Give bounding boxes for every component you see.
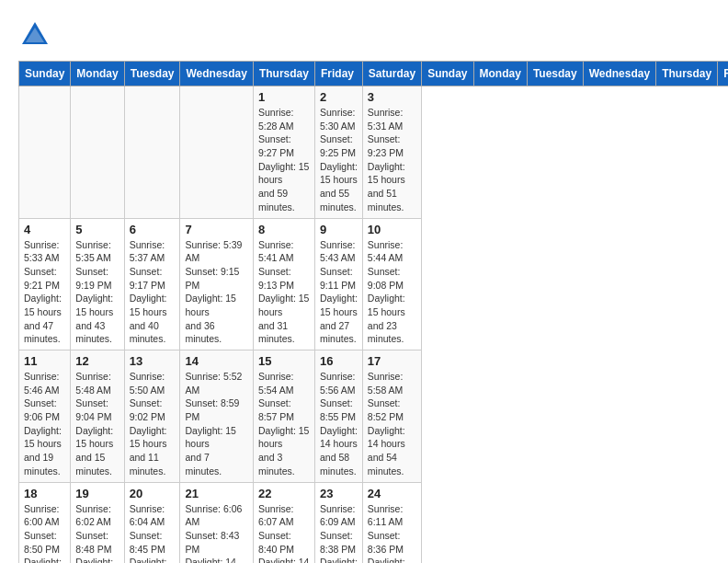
day-info: Sunrise: 5:41 AM Sunset: 9:13 PM Dayligh…: [258, 238, 310, 347]
day-header-monday: Monday: [473, 62, 527, 86]
day-info: Sunrise: 5:35 AM Sunset: 9:19 PM Dayligh…: [75, 238, 119, 347]
day-number: 16: [320, 354, 358, 368]
day-number: 9: [320, 223, 358, 236]
day-info: Sunrise: 5:52 AM Sunset: 8:59 PM Dayligh…: [185, 370, 247, 478]
calendar-cell: 10Sunrise: 5:44 AM Sunset: 9:08 PM Dayli…: [362, 218, 421, 350]
logo-icon: [18, 18, 51, 52]
calendar-cell: 11Sunrise: 5:46 AM Sunset: 9:06 PM Dayli…: [19, 350, 71, 483]
day-number: 6: [130, 223, 176, 236]
day-number: 17: [368, 354, 416, 368]
day-info: Sunrise: 5:43 AM Sunset: 9:11 PM Dayligh…: [320, 238, 358, 347]
page-header: [18, 18, 710, 52]
day-number: 15: [258, 354, 310, 368]
calendar-cell: 21Sunrise: 6:06 AM Sunset: 8:43 PM Dayli…: [180, 482, 253, 563]
day-number: 1: [258, 90, 310, 104]
logo: [18, 18, 55, 52]
day-info: Sunrise: 5:39 AM Sunset: 9:15 PM Dayligh…: [185, 238, 247, 347]
calendar-cell: 6Sunrise: 5:37 AM Sunset: 9:17 PM Daylig…: [124, 218, 180, 350]
calendar-week-row: 18Sunrise: 6:00 AM Sunset: 8:50 PM Dayli…: [19, 482, 729, 563]
day-number: 10: [368, 223, 416, 236]
calendar-cell: 3Sunrise: 5:31 AM Sunset: 9:23 PM Daylig…: [362, 86, 421, 219]
calendar-cell: 22Sunrise: 6:07 AM Sunset: 8:40 PM Dayli…: [253, 482, 314, 563]
day-info: Sunrise: 5:31 AM Sunset: 9:23 PM Dayligh…: [368, 106, 416, 214]
day-number: 18: [24, 487, 65, 500]
calendar-cell: 24Sunrise: 6:11 AM Sunset: 8:36 PM Dayli…: [362, 482, 421, 563]
day-header-monday: Monday: [71, 62, 124, 86]
day-info: Sunrise: 5:48 AM Sunset: 9:04 PM Dayligh…: [75, 370, 119, 478]
calendar-cell: 12Sunrise: 5:48 AM Sunset: 9:04 PM Dayli…: [71, 350, 124, 483]
day-info: Sunrise: 5:28 AM Sunset: 9:27 PM Dayligh…: [258, 106, 310, 214]
day-number: 13: [130, 354, 176, 368]
calendar-cell: 14Sunrise: 5:52 AM Sunset: 8:59 PM Dayli…: [180, 350, 253, 483]
day-number: 19: [75, 487, 119, 500]
day-info: Sunrise: 5:58 AM Sunset: 8:52 PM Dayligh…: [368, 370, 416, 478]
calendar-cell: 16Sunrise: 5:56 AM Sunset: 8:55 PM Dayli…: [314, 350, 362, 483]
day-info: Sunrise: 5:50 AM Sunset: 9:02 PM Dayligh…: [130, 370, 176, 478]
day-info: Sunrise: 5:46 AM Sunset: 9:06 PM Dayligh…: [24, 370, 65, 478]
calendar-week-row: 4Sunrise: 5:33 AM Sunset: 9:21 PM Daylig…: [19, 218, 729, 350]
calendar-cell: [180, 86, 253, 219]
calendar-cell: 17Sunrise: 5:58 AM Sunset: 8:52 PM Dayli…: [362, 350, 421, 483]
day-number: 8: [258, 223, 310, 236]
day-number: 2: [320, 90, 358, 104]
day-number: 24: [368, 487, 416, 500]
calendar-cell: 1Sunrise: 5:28 AM Sunset: 9:27 PM Daylig…: [253, 86, 314, 219]
day-header-thursday: Thursday: [656, 62, 718, 86]
day-number: 21: [185, 487, 247, 500]
day-header-wednesday: Wednesday: [583, 62, 655, 86]
day-header-saturday: Saturday: [362, 62, 421, 86]
day-info: Sunrise: 6:04 AM Sunset: 8:45 PM Dayligh…: [130, 502, 176, 564]
day-header-sunday: Sunday: [19, 62, 71, 86]
day-info: Sunrise: 5:44 AM Sunset: 9:08 PM Dayligh…: [368, 238, 416, 347]
calendar-cell: 4Sunrise: 5:33 AM Sunset: 9:21 PM Daylig…: [19, 218, 71, 350]
calendar-header-row: SundayMondayTuesdayWednesdayThursdayFrid…: [19, 62, 729, 86]
day-info: Sunrise: 6:02 AM Sunset: 8:48 PM Dayligh…: [75, 502, 119, 564]
day-number: 5: [75, 223, 119, 236]
day-info: Sunrise: 6:07 AM Sunset: 8:40 PM Dayligh…: [258, 502, 310, 564]
calendar-cell: 5Sunrise: 5:35 AM Sunset: 9:19 PM Daylig…: [71, 218, 124, 350]
calendar-cell: 2Sunrise: 5:30 AM Sunset: 9:25 PM Daylig…: [314, 86, 362, 219]
calendar-cell: 20Sunrise: 6:04 AM Sunset: 8:45 PM Dayli…: [124, 482, 180, 563]
day-info: Sunrise: 5:33 AM Sunset: 9:21 PM Dayligh…: [24, 238, 65, 347]
day-info: Sunrise: 5:54 AM Sunset: 8:57 PM Dayligh…: [258, 370, 310, 478]
calendar-cell: 7Sunrise: 5:39 AM Sunset: 9:15 PM Daylig…: [180, 218, 253, 350]
calendar-cell: [124, 86, 180, 219]
day-header-sunday: Sunday: [422, 62, 473, 86]
day-info: Sunrise: 5:37 AM Sunset: 9:17 PM Dayligh…: [130, 238, 176, 347]
day-number: 4: [24, 223, 65, 236]
day-info: Sunrise: 6:00 AM Sunset: 8:50 PM Dayligh…: [24, 502, 65, 564]
day-header-wednesday: Wednesday: [180, 62, 253, 86]
day-number: 23: [320, 487, 358, 500]
day-info: Sunrise: 6:06 AM Sunset: 8:43 PM Dayligh…: [185, 502, 247, 564]
day-info: Sunrise: 6:11 AM Sunset: 8:36 PM Dayligh…: [368, 502, 416, 564]
calendar-cell: 9Sunrise: 5:43 AM Sunset: 9:11 PM Daylig…: [314, 218, 362, 350]
day-number: 22: [258, 487, 310, 500]
day-header-friday: Friday: [718, 62, 728, 86]
calendar-cell: [71, 86, 124, 219]
calendar-cell: 23Sunrise: 6:09 AM Sunset: 8:38 PM Dayli…: [314, 482, 362, 563]
calendar-week-row: 1Sunrise: 5:28 AM Sunset: 9:27 PM Daylig…: [19, 86, 729, 219]
day-header-tuesday: Tuesday: [527, 62, 583, 86]
day-number: 11: [24, 354, 65, 368]
calendar-cell: 19Sunrise: 6:02 AM Sunset: 8:48 PM Dayli…: [71, 482, 124, 563]
day-number: 14: [185, 354, 247, 368]
calendar-cell: 13Sunrise: 5:50 AM Sunset: 9:02 PM Dayli…: [124, 350, 180, 483]
day-header-thursday: Thursday: [253, 62, 314, 86]
calendar-cell: [19, 86, 71, 219]
day-number: 3: [368, 90, 416, 104]
day-info: Sunrise: 6:09 AM Sunset: 8:38 PM Dayligh…: [320, 502, 358, 564]
calendar-cell: 18Sunrise: 6:00 AM Sunset: 8:50 PM Dayli…: [19, 482, 71, 563]
calendar-cell: 15Sunrise: 5:54 AM Sunset: 8:57 PM Dayli…: [253, 350, 314, 483]
day-info: Sunrise: 5:30 AM Sunset: 9:25 PM Dayligh…: [320, 106, 358, 214]
day-header-tuesday: Tuesday: [124, 62, 180, 86]
day-number: 12: [75, 354, 119, 368]
day-info: Sunrise: 5:56 AM Sunset: 8:55 PM Dayligh…: [320, 370, 358, 478]
day-number: 20: [130, 487, 176, 500]
calendar-cell: 8Sunrise: 5:41 AM Sunset: 9:13 PM Daylig…: [253, 218, 314, 350]
day-header-friday: Friday: [314, 62, 362, 86]
calendar-week-row: 11Sunrise: 5:46 AM Sunset: 9:06 PM Dayli…: [19, 350, 729, 483]
calendar-table: SundayMondayTuesdayWednesdayThursdayFrid…: [18, 61, 728, 563]
day-number: 7: [185, 223, 247, 236]
